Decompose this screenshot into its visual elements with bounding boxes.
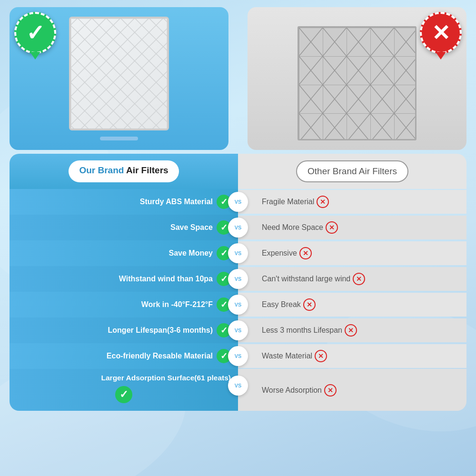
row-6-x: ✕ bbox=[345, 324, 357, 337]
row-5-left-text: Work in -40°F-212°F bbox=[141, 300, 213, 309]
check-badge: ✓ bbox=[14, 12, 56, 54]
comparison-section: Our Brand Air Filters Other Brand Air Fi… bbox=[10, 154, 466, 411]
vs-1: VS bbox=[228, 192, 248, 212]
comparison-row-6: Longer Lifespan(3-6 months) ✓ VS Less 3 … bbox=[10, 317, 466, 343]
left-header-cell: Our Brand Air Filters bbox=[10, 154, 238, 189]
left-filter-image bbox=[69, 17, 169, 130]
row-7-left-text: Eco-friendly Resable Material bbox=[107, 352, 213, 360]
page: BLUESKY BLUESKY BLUESKY BLUESKY BLUESKY … bbox=[0, 0, 476, 476]
row-3-right: Expensive ✕ bbox=[238, 241, 466, 265]
right-title-badge: Other Brand Air Filters bbox=[296, 160, 408, 182]
vs-8: VS bbox=[228, 376, 248, 396]
comparison-row-7: Eco-friendly Resable Material ✓ VS Waste… bbox=[10, 343, 466, 369]
row-7-right: Waste Material ✕ bbox=[238, 344, 466, 368]
comparison-row-5: Work in -40°F-212°F ✓ VS Easy Break ✕ bbox=[10, 292, 466, 317]
row-5-right: Easy Break ✕ bbox=[238, 293, 466, 317]
main-content: ✓ ✕ bbox=[0, 0, 476, 418]
row-2-left-text: Save Space bbox=[170, 223, 213, 232]
row-8-right: Worse Adsorption ✕ bbox=[238, 369, 466, 411]
row-7-left: Eco-friendly Resable Material ✓ bbox=[10, 343, 238, 369]
row-8-left-text: Larger Adsorption Surface(61 pleats) bbox=[101, 374, 231, 382]
vs-3: VS bbox=[228, 243, 248, 263]
row-2-right: Need More Space ✕ bbox=[238, 216, 466, 239]
svg-rect-1 bbox=[70, 18, 168, 129]
row-3-right-text: Expensive bbox=[262, 249, 297, 258]
row-5-left: Work in -40°F-212°F ✓ bbox=[10, 292, 238, 317]
row-1-x: ✕ bbox=[317, 196, 329, 208]
row-1-right-text: Fragile Material bbox=[262, 198, 314, 206]
row-8-x: ✕ bbox=[324, 384, 337, 397]
row-5-x: ✕ bbox=[303, 298, 316, 311]
comparison-row-1: Sturdy ABS Material ✓ VS Fragile Materia… bbox=[10, 189, 466, 215]
left-title-badge: Our Brand Air Filters bbox=[69, 160, 178, 182]
comparison-headers: Our Brand Air Filters Other Brand Air Fi… bbox=[10, 154, 466, 189]
row-7-x: ✕ bbox=[315, 350, 327, 362]
vs-2: VS bbox=[228, 218, 248, 238]
comparison-row-4: Withstand wind than 10pa ✓ VS Can't with… bbox=[10, 266, 466, 292]
vs-7: VS bbox=[228, 346, 248, 366]
row-1-left: Sturdy ABS Material ✓ bbox=[10, 189, 238, 215]
row-3-x: ✕ bbox=[299, 247, 312, 259]
vs-5: VS bbox=[228, 295, 248, 315]
row-6-right-text: Less 3 months Lifespan bbox=[262, 326, 342, 335]
row-2-right-text: Need More Space bbox=[262, 223, 323, 232]
row-4-right-text: Can't withstand large wind bbox=[262, 275, 350, 283]
comparison-row-8: Larger Adsorption Surface(61 pleats) ✓ V… bbox=[10, 369, 466, 411]
row-4-left: Withstand wind than 10pa ✓ bbox=[10, 266, 238, 292]
row-6-left-text: Longer Lifespan(3-6 months) bbox=[108, 326, 213, 335]
vs-4: VS bbox=[228, 269, 248, 289]
row-3-left-text: Save Money bbox=[169, 249, 213, 258]
row-1-left-text: Sturdy ABS Material bbox=[140, 198, 213, 206]
row-6-right: Less 3 months Lifespan ✕ bbox=[238, 318, 466, 342]
row-8-left: Larger Adsorption Surface(61 pleats) ✓ bbox=[10, 369, 238, 411]
comparison-row-2: Save Space ✓ VS Need More Space ✕ bbox=[10, 215, 466, 240]
left-brand-text: Our Brand bbox=[79, 165, 124, 175]
row-2-x: ✕ bbox=[326, 221, 338, 234]
row-1-right: Fragile Material ✕ bbox=[238, 190, 466, 214]
x-badge: ✕ bbox=[420, 12, 462, 54]
left-title-rest: Air Filters bbox=[124, 165, 168, 175]
comparison-row-3: Save Money ✓ VS Expensive ✕ bbox=[10, 240, 466, 266]
vs-6: VS bbox=[228, 320, 248, 340]
right-filter-image bbox=[298, 26, 416, 140]
right-header-cell: Other Brand Air Filters bbox=[238, 154, 466, 189]
svg-rect-8 bbox=[299, 28, 415, 139]
row-3-left: Save Money ✓ bbox=[10, 240, 238, 266]
row-4-right: Can't withstand large wind ✕ bbox=[238, 267, 466, 291]
row-4-left-text: Withstand wind than 10pa bbox=[119, 275, 213, 283]
right-title-text: Other Brand Air Filters bbox=[307, 166, 397, 176]
row-8-right-text: Worse Adsorption bbox=[262, 386, 322, 395]
row-7-right-text: Waste Material bbox=[262, 352, 312, 360]
row-8-check: ✓ bbox=[115, 386, 132, 403]
row-2-left: Save Space ✓ bbox=[10, 215, 238, 240]
row-6-left: Longer Lifespan(3-6 months) ✓ bbox=[10, 317, 238, 343]
row-4-x: ✕ bbox=[353, 273, 365, 285]
row-5-right-text: Easy Break bbox=[262, 300, 301, 309]
